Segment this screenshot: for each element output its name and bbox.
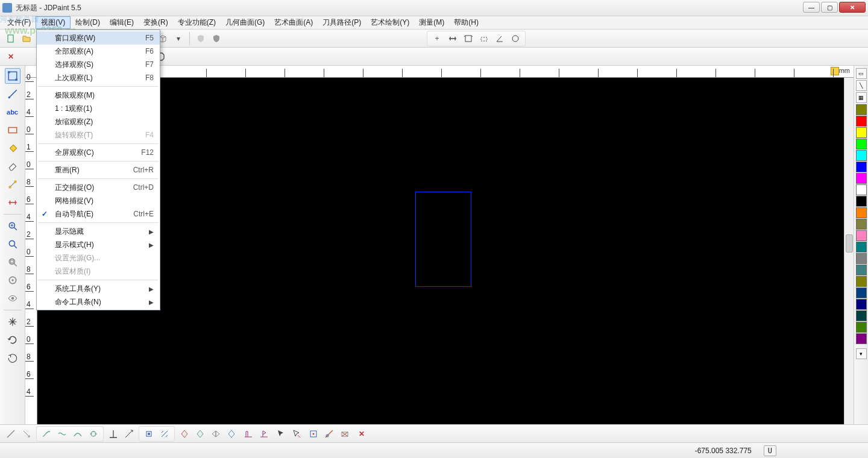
menu-item-label: 选择观察(S)	[55, 60, 93, 66]
menu-artdraw[interactable]: 艺术绘制(Y)	[366, 16, 414, 29]
menu-shortcut: F7	[145, 60, 154, 66]
menu-toolpath[interactable]: 刀具路径(P)	[318, 16, 366, 29]
snap-plus-icon[interactable]: +	[430, 31, 444, 46]
svg-rect-8	[481, 37, 487, 41]
menu-bar: 文件(F) 视图(V) 绘制(D) 编辑(E) 变换(R) 专业功能(Z) 几何…	[0, 16, 868, 30]
menu-item-label: 窗口观察(W)	[55, 33, 95, 43]
menu-geom[interactable]: 几何曲面(G)	[221, 16, 269, 29]
new-file-icon[interactable]	[4, 31, 18, 46]
view-dropdown-menu: 窗口观察(W)F5全部观察(A)F6选择观察(S)F7上次观察(L)F8极限观察…	[36, 30, 160, 66]
maximize-button[interactable]: ▢	[821, 2, 838, 13]
cancel-icon[interactable]: ✕	[4, 49, 18, 64]
menu-measure[interactable]: 测量(M)	[414, 16, 449, 29]
title-bar: 无标题 - JDPaint 5.5 — ▢ ✕	[0, 0, 868, 16]
menu-help[interactable]: 帮助(H)	[449, 16, 483, 29]
menu-item-label: 全部观察(A)	[55, 46, 93, 57]
menu-edit[interactable]: 编辑(E)	[105, 16, 139, 29]
menu-art[interactable]: 艺术曲面(A)	[269, 16, 318, 29]
close-button[interactable]: ✕	[839, 2, 866, 13]
app-icon	[2, 3, 12, 13]
open-file-icon[interactable]	[19, 31, 34, 46]
menu-shortcut: F6	[145, 47, 154, 55]
snap-circle-icon[interactable]	[508, 31, 523, 46]
window-title: 无标题 - JDPaint 5.5	[16, 3, 866, 13]
menu-transform[interactable]: 变换(R)	[139, 16, 173, 29]
snap-angle-icon[interactable]	[492, 31, 507, 46]
menu-item[interactable]: 窗口观察(W)F5	[37, 31, 160, 45]
toolbar-snap-group: +	[427, 31, 526, 46]
window-controls: — ▢ ✕	[803, 2, 866, 13]
menu-item[interactable]: 全部观察(A)F6	[37, 45, 160, 58]
menu-file[interactable]: 文件(F)	[2, 16, 36, 29]
menu-pro[interactable]: 专业功能(Z)	[173, 16, 221, 29]
snap-dim-icon[interactable]	[477, 31, 491, 46]
snap-h-icon[interactable]	[445, 31, 460, 46]
svg-point-9	[512, 36, 518, 42]
menu-item[interactable]: 选择观察(S)F7	[37, 58, 160, 66]
cube-dropdown-icon[interactable]: ▾	[171, 31, 186, 46]
menu-view[interactable]: 视图(V)	[36, 16, 71, 29]
svg-rect-7	[465, 36, 471, 42]
snap-box-icon[interactable]	[461, 31, 476, 46]
svg-rect-0	[8, 35, 13, 42]
shield1-icon[interactable]	[193, 31, 208, 46]
menu-draw[interactable]: 绘制(D)	[71, 16, 105, 29]
menu-shortcut: F5	[145, 34, 154, 42]
shield2-icon[interactable]	[209, 31, 224, 46]
minimize-button[interactable]: —	[803, 2, 820, 13]
